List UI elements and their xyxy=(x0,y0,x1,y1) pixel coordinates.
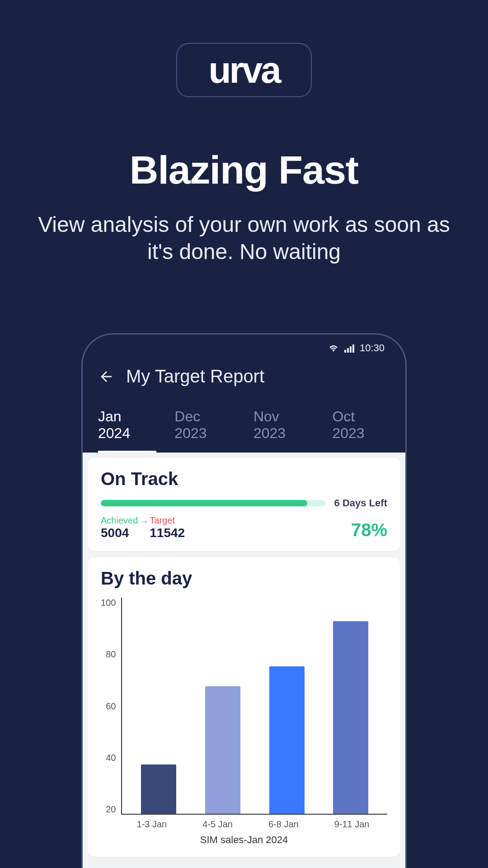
screen-title: My Target Report xyxy=(126,366,264,387)
app-header: My Target Report xyxy=(83,362,405,395)
phone-mockup: 10:30 My Target Report Jan 2024 Dec 2023… xyxy=(81,333,407,868)
days-left-label: 6 Days Left xyxy=(334,497,387,509)
chart-bar xyxy=(205,686,240,814)
x-tick: 9-11 Jan xyxy=(334,819,370,830)
achieved-value: 5004 xyxy=(101,526,138,540)
y-tick: 80 xyxy=(106,649,116,660)
chart-bar xyxy=(269,666,305,814)
chart-bar xyxy=(141,764,176,814)
back-icon[interactable] xyxy=(98,368,114,385)
signal-icon xyxy=(344,344,354,353)
screen-body: On Track 6 Days Left Achieved 5004 → Tar… xyxy=(83,453,405,868)
svg-rect-3 xyxy=(352,344,354,353)
x-tick: 1-3 Jan xyxy=(137,819,167,830)
svg-rect-2 xyxy=(350,346,352,353)
achieved-label: Achieved xyxy=(101,515,138,526)
chart-title: By the day xyxy=(101,568,387,589)
brand-wordmark: urva xyxy=(208,52,279,89)
target-value: 11542 xyxy=(150,526,185,540)
status-time: 10:30 xyxy=(360,342,385,354)
y-tick: 20 xyxy=(106,804,116,815)
tab-nov-2023[interactable]: Nov 2023 xyxy=(253,408,314,453)
x-tick: 6-8 Jan xyxy=(268,819,299,830)
target-label: Target xyxy=(150,515,185,526)
by-day-chart-card: By the day 10080604020 1-3 Jan4-5 Jan6-8… xyxy=(88,557,400,857)
target-metric: Target 11542 xyxy=(150,515,185,540)
on-track-title: On Track xyxy=(101,469,387,489)
svg-rect-0 xyxy=(344,350,346,353)
arrow-icon: → xyxy=(140,515,149,527)
chart-x-axis: 1-3 Jan4-5 Jan6-8 Jan9-11 Jan xyxy=(101,815,387,830)
x-tick: 4-5 Jan xyxy=(202,819,233,830)
achieved-metric: Achieved 5004 xyxy=(101,515,138,540)
chart-bar xyxy=(333,621,368,814)
tab-dec-2023[interactable]: Dec 2023 xyxy=(174,408,235,453)
tab-oct-2023[interactable]: Oct 2023 xyxy=(332,408,390,453)
y-tick: 40 xyxy=(106,753,116,763)
wifi-icon xyxy=(328,344,339,353)
chart-plot xyxy=(121,598,387,815)
page-headline: Blazing Fast xyxy=(0,147,488,193)
y-tick: 60 xyxy=(106,701,116,712)
on-track-card: On Track 6 Days Left Achieved 5004 → Tar… xyxy=(88,458,400,551)
chart-x-label: SIM sales-Jan 2024 xyxy=(101,834,387,846)
svg-rect-1 xyxy=(347,348,349,353)
status-bar: 10:30 xyxy=(83,335,405,362)
y-tick: 100 xyxy=(101,598,116,608)
month-tabs: Jan 2024 Dec 2023 Nov 2023 Oct 2023 xyxy=(83,395,405,453)
brand-logo: urva xyxy=(176,43,312,97)
progress-bar xyxy=(101,500,325,506)
progress-fill xyxy=(101,500,307,506)
tab-jan-2024[interactable]: Jan 2024 xyxy=(98,408,156,453)
chart-y-axis: 10080604020 xyxy=(101,598,121,815)
percent-label: 78% xyxy=(351,520,387,540)
page-subhead: View analysis of your own work as soon a… xyxy=(32,211,456,265)
